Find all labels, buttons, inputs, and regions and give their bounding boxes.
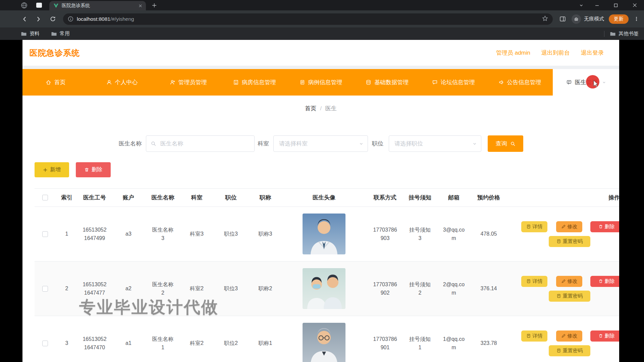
doctor-name-label: 医生名称 bbox=[119, 140, 142, 147]
other-bookmarks-button[interactable]: 其他书签 bbox=[610, 31, 639, 37]
document-icon bbox=[556, 348, 561, 353]
reset-password-button[interactable]: 重置密码 bbox=[549, 236, 590, 247]
row-checkbox[interactable] bbox=[42, 341, 48, 346]
pinned-tab-app-icon[interactable] bbox=[36, 3, 42, 8]
cell-price: 376.14 bbox=[472, 261, 505, 316]
browser-tab[interactable]: 医院急诊系统 bbox=[49, 1, 146, 10]
doctor-icon bbox=[566, 79, 572, 85]
cell-email: 3@qq.com bbox=[435, 207, 472, 261]
forward-button[interactable] bbox=[33, 13, 44, 25]
nav-item-base-data[interactable]: 基础数据管理 bbox=[354, 69, 420, 96]
table-row: 1 165130521647499 a3 医生名称3 科室3 职位3 职称3 bbox=[35, 207, 619, 261]
home-icon bbox=[46, 79, 51, 85]
tab-search-chevron-icon[interactable] bbox=[575, 0, 588, 10]
exit-to-front-link[interactable]: 退出到前台 bbox=[541, 49, 570, 57]
window-maximize-button[interactable] bbox=[606, 0, 625, 10]
logout-link[interactable]: 退出登录 bbox=[581, 49, 604, 57]
cell-avatar bbox=[282, 316, 366, 362]
tab-close-icon[interactable] bbox=[137, 3, 143, 9]
bookmarks-bar: 资料 常用 其他书签 bbox=[0, 27, 644, 40]
side-panel-icon[interactable] bbox=[557, 14, 568, 24]
other-bookmarks-label: 其他书签 bbox=[619, 31, 639, 37]
col-price: 预约价格 bbox=[472, 189, 505, 206]
nav-item-notice-info[interactable]: 公告信息管理 bbox=[487, 69, 553, 96]
search-button[interactable]: 查询 bbox=[488, 135, 523, 152]
breadcrumb: 首页/医生 bbox=[22, 96, 619, 112]
col-avatar: 医生头像 bbox=[282, 189, 366, 206]
edit-button[interactable]: 修改 bbox=[556, 330, 582, 342]
row-delete-button[interactable]: 删除 bbox=[590, 330, 619, 342]
bookmark-label: 资料 bbox=[30, 31, 40, 37]
nav-item-forum-info[interactable]: 论坛信息管理 bbox=[420, 69, 487, 96]
row-checkbox[interactable] bbox=[42, 286, 48, 292]
document-icon bbox=[526, 334, 531, 338]
doctor-photo bbox=[303, 268, 345, 309]
browser-toolbar: localhost:8081/#/yisheng 无痕模式 更新 bbox=[0, 10, 644, 27]
doctor-name-input[interactable] bbox=[146, 135, 255, 152]
cell-doctor-name: 医生名称1 bbox=[146, 316, 180, 362]
delete-button[interactable]: 删除 bbox=[76, 162, 111, 177]
document-icon bbox=[526, 224, 531, 229]
nav-item-case-info[interactable]: 病例信息管理 bbox=[288, 69, 354, 96]
cell-actions: 详情 修改 删除 重置密码 bbox=[505, 316, 619, 362]
detail-button[interactable]: 详情 bbox=[521, 221, 547, 232]
bookmarks-divider bbox=[604, 31, 604, 37]
department-select[interactable]: 请选择科室 bbox=[273, 135, 368, 152]
col-actions: 操作 bbox=[505, 189, 619, 206]
browser-update-button[interactable]: 更新 bbox=[609, 14, 629, 24]
window-minimize-button[interactable] bbox=[588, 0, 606, 10]
chevron-down-icon bbox=[359, 141, 364, 146]
nav-item-admin-management[interactable]: 管理员管理 bbox=[155, 69, 221, 96]
filter-bar: 医生名称 科室 请选择科室 职位 请选择职位 bbox=[22, 135, 619, 152]
document-icon bbox=[556, 239, 561, 244]
cell-position: 职位2 bbox=[214, 316, 248, 362]
bookmark-folder-changyong[interactable]: 常用 bbox=[51, 31, 70, 37]
position-select[interactable]: 请选择职位 bbox=[389, 135, 481, 152]
cell-contact: 17703786903 bbox=[366, 207, 405, 261]
bookmark-folder-ziliao[interactable]: 资料 bbox=[21, 31, 40, 37]
add-button[interactable]: 新增 bbox=[35, 162, 69, 177]
admin-user-label[interactable]: 管理员 admin bbox=[496, 49, 530, 57]
new-tab-button[interactable] bbox=[150, 1, 159, 10]
cell-title: 职称1 bbox=[248, 316, 282, 362]
nav-item-home[interactable]: 首页 bbox=[22, 69, 89, 96]
cell-title: 职称3 bbox=[248, 207, 282, 261]
row-delete-button[interactable]: 删除 bbox=[590, 276, 619, 287]
breadcrumb-home[interactable]: 首页 bbox=[305, 105, 316, 112]
reset-password-button[interactable]: 重置密码 bbox=[549, 345, 590, 356]
address-bar[interactable]: localhost:8081/#/yisheng bbox=[63, 13, 553, 25]
pencil-icon bbox=[561, 224, 566, 229]
detail-button[interactable]: 详情 bbox=[521, 276, 547, 287]
cell-employee-id: 165130521647499 bbox=[78, 207, 111, 261]
main-nav: 首页 个人中心 管理员管理 病房信息管理 病例信息管理 bbox=[22, 69, 619, 96]
reset-password-button[interactable]: 重置密码 bbox=[549, 291, 590, 302]
row-checkbox[interactable] bbox=[42, 231, 48, 237]
cell-avatar bbox=[282, 261, 366, 316]
window-close-button[interactable] bbox=[625, 0, 644, 10]
page-info-icon[interactable] bbox=[68, 16, 73, 22]
row-delete-button[interactable]: 删除 bbox=[590, 221, 619, 232]
cell-account: a1 bbox=[111, 316, 146, 362]
col-doctor-name: 医生名称 bbox=[146, 189, 180, 206]
col-title: 职称 bbox=[248, 189, 282, 206]
detail-button[interactable]: 详情 bbox=[521, 330, 547, 342]
cell-email: 1@qq.com bbox=[435, 316, 472, 362]
cell-index: 2 bbox=[55, 261, 78, 316]
nav-item-ward-info[interactable]: 病房信息管理 bbox=[221, 69, 288, 96]
chevron-down-icon bbox=[602, 80, 606, 84]
pencil-icon bbox=[561, 279, 566, 284]
cell-notice: 挂号须知3 bbox=[405, 207, 435, 261]
cell-position: 职位3 bbox=[214, 207, 248, 261]
edit-button[interactable]: 修改 bbox=[556, 276, 582, 287]
cell-contact: 17703786902 bbox=[366, 261, 405, 316]
trash-icon bbox=[598, 279, 603, 284]
browser-menu-icon[interactable] bbox=[632, 14, 641, 24]
edit-button[interactable]: 修改 bbox=[556, 221, 582, 232]
reload-button[interactable] bbox=[47, 13, 58, 25]
pinned-tab-globe-icon[interactable] bbox=[21, 2, 28, 9]
back-button[interactable] bbox=[19, 13, 30, 25]
select-all-checkbox[interactable] bbox=[42, 195, 48, 200]
bookmark-star-icon[interactable] bbox=[542, 15, 548, 23]
incognito-indicator: 无痕模式 bbox=[572, 14, 604, 24]
nav-item-personal-center[interactable]: 个人中心 bbox=[89, 69, 155, 96]
